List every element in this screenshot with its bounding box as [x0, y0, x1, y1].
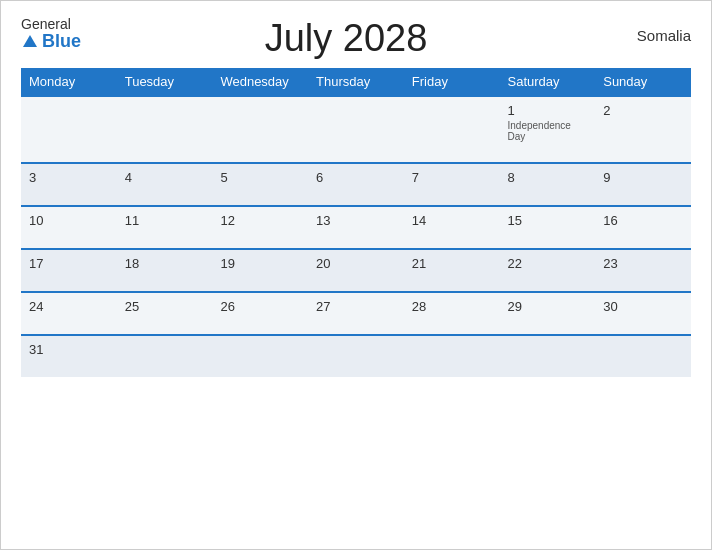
calendar-header: General Blue July 2028 Somalia	[21, 17, 691, 60]
logo-blue-text: Blue	[21, 32, 81, 52]
calendar-cell	[595, 335, 691, 377]
calendar-cell: 25	[117, 292, 213, 335]
calendar-cell: 4	[117, 163, 213, 206]
day-number: 6	[316, 170, 396, 185]
weekday-header-friday: Friday	[404, 68, 500, 96]
day-number: 16	[603, 213, 683, 228]
calendar-cell	[117, 335, 213, 377]
day-number: 27	[316, 299, 396, 314]
calendar-cell: 24	[21, 292, 117, 335]
calendar-cell	[404, 96, 500, 163]
day-number: 24	[29, 299, 109, 314]
calendar-cell: 22	[500, 249, 596, 292]
calendar-week-row: 24252627282930	[21, 292, 691, 335]
day-number: 25	[125, 299, 205, 314]
weekday-header-row: MondayTuesdayWednesdayThursdayFridaySatu…	[21, 68, 691, 96]
day-number: 18	[125, 256, 205, 271]
day-number: 9	[603, 170, 683, 185]
calendar-cell: 29	[500, 292, 596, 335]
calendar-cell: 5	[212, 163, 308, 206]
day-number: 11	[125, 213, 205, 228]
day-number: 1	[508, 103, 588, 118]
calendar-week-row: 17181920212223	[21, 249, 691, 292]
calendar-cell	[117, 96, 213, 163]
weekday-header-wednesday: Wednesday	[212, 68, 308, 96]
weekday-header-tuesday: Tuesday	[117, 68, 213, 96]
day-number: 8	[508, 170, 588, 185]
calendar-cell: 10	[21, 206, 117, 249]
logo: General Blue	[21, 17, 81, 52]
day-number: 12	[220, 213, 300, 228]
day-number: 26	[220, 299, 300, 314]
calendar-cell: 19	[212, 249, 308, 292]
weekday-header-sunday: Sunday	[595, 68, 691, 96]
calendar-cell: 26	[212, 292, 308, 335]
calendar-cell: 9	[595, 163, 691, 206]
day-number: 13	[316, 213, 396, 228]
day-number: 2	[603, 103, 683, 118]
calendar-table: MondayTuesdayWednesdayThursdayFridaySatu…	[21, 68, 691, 377]
calendar-cell: 17	[21, 249, 117, 292]
calendar-cell	[212, 335, 308, 377]
calendar-wrapper: General Blue July 2028 Somalia MondayTue…	[0, 0, 712, 550]
calendar-cell: 2	[595, 96, 691, 163]
calendar-cell	[500, 335, 596, 377]
day-number: 23	[603, 256, 683, 271]
calendar-cell: 20	[308, 249, 404, 292]
calendar-cell: 15	[500, 206, 596, 249]
calendar-cell: 16	[595, 206, 691, 249]
calendar-title: July 2028	[81, 17, 611, 60]
calendar-country: Somalia	[611, 17, 691, 44]
day-number: 22	[508, 256, 588, 271]
calendar-body: 1Independence Day23456789101112131415161…	[21, 96, 691, 377]
calendar-cell: 12	[212, 206, 308, 249]
calendar-cell: 11	[117, 206, 213, 249]
calendar-cell: 23	[595, 249, 691, 292]
day-number: 17	[29, 256, 109, 271]
day-number: 14	[412, 213, 492, 228]
calendar-cell	[308, 96, 404, 163]
weekday-header-thursday: Thursday	[308, 68, 404, 96]
logo-general-text: General	[21, 17, 81, 32]
logo-triangle-icon	[23, 35, 37, 47]
calendar-cell: 14	[404, 206, 500, 249]
day-number: 4	[125, 170, 205, 185]
calendar-cell: 27	[308, 292, 404, 335]
day-number: 30	[603, 299, 683, 314]
weekday-header-saturday: Saturday	[500, 68, 596, 96]
calendar-cell: 1Independence Day	[500, 96, 596, 163]
day-number: 5	[220, 170, 300, 185]
calendar-cell: 7	[404, 163, 500, 206]
calendar-cell: 28	[404, 292, 500, 335]
calendar-cell	[212, 96, 308, 163]
calendar-week-row: 31	[21, 335, 691, 377]
day-number: 10	[29, 213, 109, 228]
calendar-cell: 8	[500, 163, 596, 206]
day-number: 28	[412, 299, 492, 314]
day-number: 29	[508, 299, 588, 314]
calendar-week-row: 1Independence Day2	[21, 96, 691, 163]
calendar-cell: 3	[21, 163, 117, 206]
calendar-cell	[308, 335, 404, 377]
calendar-cell	[21, 96, 117, 163]
calendar-cell: 6	[308, 163, 404, 206]
day-number: 20	[316, 256, 396, 271]
weekday-header-monday: Monday	[21, 68, 117, 96]
calendar-cell: 13	[308, 206, 404, 249]
day-number: 31	[29, 342, 109, 357]
day-number: 3	[29, 170, 109, 185]
calendar-cell: 31	[21, 335, 117, 377]
day-number: 7	[412, 170, 492, 185]
day-number: 21	[412, 256, 492, 271]
calendar-cell	[404, 335, 500, 377]
day-number: 15	[508, 213, 588, 228]
day-number: 19	[220, 256, 300, 271]
calendar-cell: 18	[117, 249, 213, 292]
day-event: Independence Day	[508, 120, 588, 142]
calendar-cell: 30	[595, 292, 691, 335]
calendar-week-row: 10111213141516	[21, 206, 691, 249]
calendar-cell: 21	[404, 249, 500, 292]
calendar-week-row: 3456789	[21, 163, 691, 206]
